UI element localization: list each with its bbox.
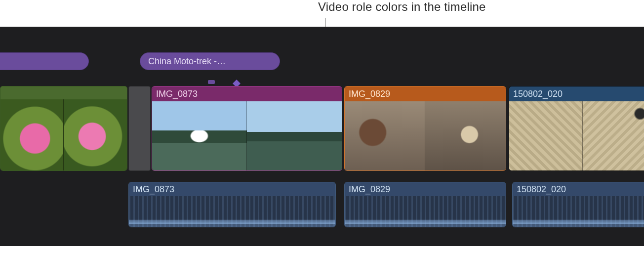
title-clip-label: China Moto-trek -…: [148, 56, 226, 67]
audio-clip-name: IMG_0829: [349, 184, 390, 195]
clip-name: IMG_0873: [156, 89, 198, 99]
audio-clip-name: IMG_0873: [133, 184, 174, 195]
audio-clip[interactable]: IMG_0873: [128, 182, 336, 227]
audio-clip[interactable]: IMG_0829: [344, 182, 506, 227]
timeline[interactable]: China Moto-trek -… IMG_0873 IMG_0829: [0, 27, 644, 246]
clip-role-bar: 150802_020: [509, 86, 644, 101]
audio-waveform: [129, 196, 335, 227]
title-clip[interactable]: [0, 52, 89, 70]
audio-role-bar: 150802_020: [513, 182, 644, 196]
clip-thumbnail: [509, 101, 644, 170]
video-clip[interactable]: [0, 86, 127, 171]
clip-thumbnail: [345, 101, 506, 170]
audio-clip[interactable]: 150802_020: [512, 182, 644, 227]
audio-clip-name: 150802_020: [517, 184, 566, 195]
audio-role-bar: IMG_0873: [129, 182, 335, 196]
clip-thumbnail: [0, 86, 127, 170]
clip-name: IMG_0829: [349, 89, 390, 99]
audio-role-bar: IMG_0829: [345, 182, 506, 196]
video-clip[interactable]: 150802_020: [509, 86, 644, 171]
video-clip[interactable]: IMG_0829: [344, 86, 506, 171]
connection-indicator: [208, 80, 215, 84]
clip-role-bar: IMG_0829: [345, 86, 506, 101]
gap-clip[interactable]: [128, 86, 151, 171]
annotation-label: Video role colors in the timeline: [318, 0, 486, 14]
clip-role-bar: IMG_0873: [152, 86, 342, 101]
title-clip[interactable]: China Moto-trek -…: [140, 52, 280, 70]
audio-waveform: [345, 196, 506, 227]
audio-waveform: [513, 196, 644, 227]
clip-name: 150802_020: [513, 89, 563, 99]
video-clip[interactable]: IMG_0873: [152, 86, 342, 171]
clip-thumbnail: [152, 101, 342, 170]
